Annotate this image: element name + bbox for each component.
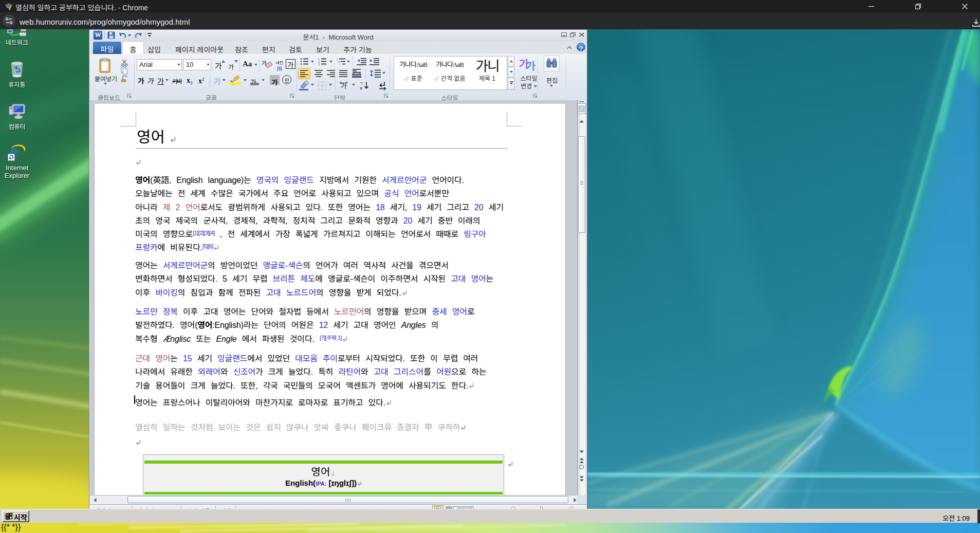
svg-text:3: 3 xyxy=(318,63,320,65)
svg-text:i: i xyxy=(340,63,340,65)
svg-text:ㅎ: ㅎ xyxy=(359,85,363,90)
svg-text:가: 가 xyxy=(341,81,347,90)
